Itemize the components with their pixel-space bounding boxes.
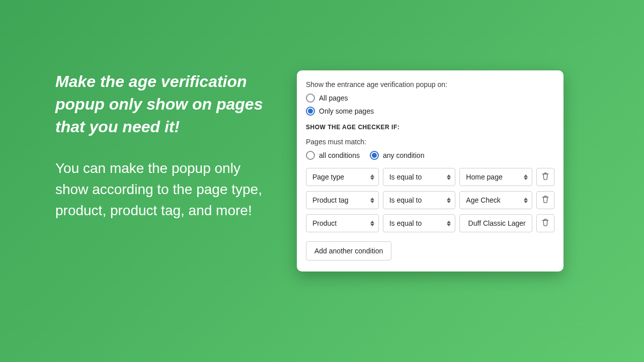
select-caret-icon — [370, 198, 374, 203]
radio-icon — [370, 151, 379, 160]
trash-icon — [541, 218, 549, 228]
condition-operator-select[interactable]: Is equal to — [383, 214, 456, 232]
select-caret-icon — [447, 174, 451, 180]
radio-icon — [306, 94, 315, 103]
condition-row: Page typeIs equal toHome page — [306, 168, 554, 186]
add-condition-button[interactable]: Add another condition — [306, 241, 391, 260]
match-label: Pages must match: — [306, 138, 554, 146]
conditions-list: Page typeIs equal toHome pageProduct tag… — [306, 168, 554, 232]
condition-operator-select[interactable]: Is equal to — [383, 191, 456, 209]
delete-condition-button[interactable] — [536, 191, 554, 209]
condition-operator-value: Is equal to — [389, 196, 422, 204]
settings-card: Show the entrance age verification popup… — [297, 70, 564, 272]
show-on-radio-group: All pages Only some pages — [306, 94, 554, 116]
select-caret-icon — [447, 198, 451, 203]
radio-any-condition[interactable]: any condition — [370, 151, 425, 160]
condition-value: Home page — [466, 173, 502, 181]
match-radio-group: all conditions any condition — [306, 151, 554, 160]
condition-value: Age Check — [466, 196, 500, 204]
condition-value-select[interactable]: Home page — [459, 168, 532, 186]
select-caret-icon — [447, 221, 451, 226]
radio-label: All pages — [319, 94, 348, 102]
promo-column: Make the age verification popup only sho… — [55, 70, 272, 221]
radio-only-some-pages[interactable]: Only some pages — [306, 107, 554, 116]
select-caret-icon — [370, 221, 374, 226]
condition-value: Duff Classic Lager — [468, 219, 526, 227]
promo-subtext: You can make the popup only show accordi… — [55, 158, 272, 221]
promo-heading: Make the age verification popup only sho… — [55, 70, 272, 138]
delete-condition-button[interactable] — [536, 214, 554, 232]
radio-label: all conditions — [319, 151, 360, 159]
condition-field-value: Product — [312, 219, 337, 227]
condition-row: ProductIs equal toDuff Classic Lager — [306, 214, 554, 232]
show-on-label: Show the entrance age verification popup… — [306, 80, 554, 88]
radio-all-pages[interactable]: All pages — [306, 94, 554, 103]
radio-icon — [306, 107, 315, 116]
add-condition-label: Add another condition — [314, 247, 383, 255]
radio-label: Only some pages — [319, 107, 374, 115]
condition-field-value: Product tag — [312, 196, 349, 204]
trash-icon — [541, 172, 549, 182]
condition-field-select[interactable]: Product — [306, 214, 379, 232]
trash-icon — [541, 195, 549, 205]
condition-value-select[interactable]: Age Check — [459, 191, 532, 209]
section-heading: Show the age checker if: — [306, 124, 554, 131]
select-caret-icon — [370, 174, 374, 180]
select-caret-icon — [524, 198, 528, 203]
condition-operator-value: Is equal to — [389, 173, 422, 181]
condition-row: Product tagIs equal toAge Check — [306, 191, 554, 209]
condition-field-value: Page type — [312, 173, 344, 181]
radio-icon — [306, 151, 315, 160]
radio-label: any condition — [383, 151, 425, 159]
delete-condition-button[interactable] — [536, 168, 554, 186]
radio-all-conditions[interactable]: all conditions — [306, 151, 360, 160]
condition-value-input[interactable]: Duff Classic Lager — [459, 214, 532, 232]
condition-operator-select[interactable]: Is equal to — [383, 168, 456, 186]
select-caret-icon — [524, 174, 528, 180]
condition-field-select[interactable]: Page type — [306, 168, 379, 186]
condition-field-select[interactable]: Product tag — [306, 191, 379, 209]
condition-operator-value: Is equal to — [389, 219, 422, 227]
